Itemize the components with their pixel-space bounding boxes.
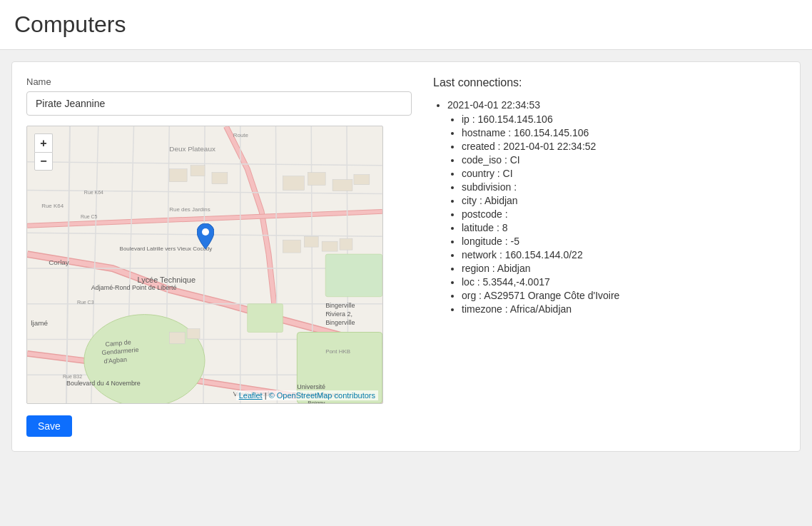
detail-loc: loc : 5.3544,-4.0017	[462, 276, 786, 288]
connection-timestamp: 2021-04-01 22:34:53	[447, 99, 540, 111]
content-layout: Name	[26, 76, 786, 437]
map-marker	[197, 223, 214, 251]
detail-city: city : Abidjan	[462, 195, 786, 206]
left-panel: Name	[26, 76, 412, 437]
svg-text:Pont HKB: Pont HKB	[325, 348, 350, 355]
main-card: Name	[11, 61, 801, 452]
connection-entry: 2021-04-01 22:34:53 ip : 160.154.145.106…	[447, 99, 786, 315]
svg-text:Corlay: Corlay	[49, 258, 69, 266]
connections-title: Last connections:	[433, 76, 786, 89]
svg-rect-10	[333, 180, 352, 191]
detail-code-iso: code_iso : CI	[462, 154, 786, 166]
zoom-in-button[interactable]: +	[34, 133, 53, 152]
detail-longitude: longitude : -5	[462, 236, 786, 247]
page-title: Computers	[14, 11, 798, 38]
page-header: Computers	[0, 0, 812, 50]
svg-text:Rue C3: Rue C3	[77, 300, 94, 305]
detail-country: country : CI	[462, 168, 786, 179]
svg-text:Bingerville: Bingerville	[325, 302, 355, 309]
svg-rect-6	[191, 166, 205, 176]
svg-point-43	[202, 228, 209, 236]
zoom-out-button[interactable]: −	[34, 152, 53, 171]
svg-rect-11	[354, 175, 370, 185]
svg-text:Deux Plateaux: Deux Plateaux	[169, 145, 215, 153]
svg-point-1	[84, 315, 205, 403]
detail-subdivision: subdivision :	[462, 181, 786, 193]
detail-region: region : Abidjan	[462, 263, 786, 274]
svg-text:Rue B32: Rue B32	[63, 374, 82, 379]
leaflet-attribution[interactable]: Leaflet	[239, 391, 263, 400]
detail-ip: ip : 160.154.145.106	[462, 113, 786, 125]
svg-text:Lycée Technique: Lycée Technique	[137, 275, 195, 284]
connections-list: 2021-04-01 22:34:53 ip : 160.154.145.106…	[433, 99, 786, 315]
osm-attribution[interactable]: © OpenStreetMap contributors	[269, 391, 375, 400]
field-label: Name	[26, 76, 412, 87]
detail-latitude: latitude : 8	[462, 222, 786, 233]
svg-text:Rue C5: Rue C5	[81, 214, 98, 219]
svg-rect-7	[212, 173, 228, 184]
svg-text:Bingerville: Bingerville	[325, 319, 355, 326]
svg-rect-16	[322, 241, 338, 251]
svg-text:Adjamé-Rond Point de Liberté: Adjamé-Rond Point de Liberté	[91, 284, 177, 291]
svg-rect-8	[283, 176, 304, 191]
svg-rect-9	[308, 173, 325, 186]
svg-text:Université: Université	[297, 383, 325, 390]
detail-network: network : 160.154.144.0/22	[462, 249, 786, 261]
map-container: Deux Plateaux Camp de Gendarmerie d'Agba…	[26, 126, 383, 404]
right-panel: Last connections: 2021-04-01 22:34:53 ip…	[433, 76, 786, 437]
svg-text:Route: Route	[233, 132, 249, 138]
svg-text:Rue des Jardins: Rue des Jardins	[169, 206, 210, 213]
map-attribution: Leaflet | © OpenStreetMap contributors	[236, 390, 378, 400]
detail-org: org : AS29571 Orange Côte d'Ivoire	[462, 290, 786, 301]
svg-text:Boulevard du 4 Novembre: Boulevard du 4 Novembre	[66, 380, 141, 387]
svg-rect-13	[187, 329, 200, 339]
svg-rect-3	[248, 304, 283, 333]
svg-rect-5	[169, 169, 187, 182]
svg-text:Rue K64: Rue K64	[84, 190, 103, 195]
detail-timezone: timezone : Africa/Abidjan	[462, 303, 786, 315]
save-button[interactable]: Save	[26, 415, 72, 437]
svg-text:ljamé: ljamé	[31, 319, 48, 327]
detail-hostname: hostname : 160.154.145.106	[462, 127, 786, 138]
svg-rect-12	[169, 333, 185, 344]
detail-postcode: postcode :	[462, 208, 786, 220]
svg-rect-17	[340, 238, 352, 250]
detail-created: created : 2021-04-01 22:34:52	[462, 141, 786, 152]
name-input[interactable]	[26, 91, 412, 116]
svg-rect-14	[283, 240, 300, 253]
svg-rect-15	[304, 236, 318, 247]
connection-details: ip : 160.154.145.106 hostname : 160.154.…	[447, 113, 786, 315]
map-zoom-controls: + −	[34, 133, 53, 171]
svg-text:Riviera 2,: Riviera 2,	[325, 310, 352, 318]
svg-text:Rue K64: Rue K64	[41, 203, 64, 209]
svg-rect-4	[325, 254, 382, 297]
